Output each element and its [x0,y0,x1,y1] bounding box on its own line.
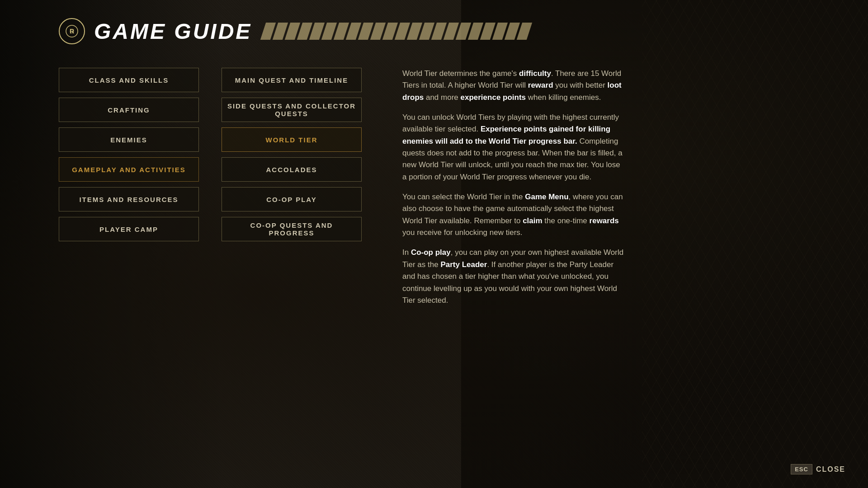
center-menu: MAIN QUEST AND TIMELINE SIDE QUESTS AND … [222,68,362,488]
content-text: World Tier determines the game's difficu… [402,68,624,306]
menu-item-side-quests[interactable]: SIDE QUESTS AND COLLECTOR QUESTS [222,98,362,122]
menu-item-co-op-quests[interactable]: CO-OP QUESTS AND PROGRESS [222,217,362,241]
main-content: CLASS AND SKILLS CRAFTING ENEMIES GAMEPL… [59,68,868,488]
esc-key-label: ESC [791,464,812,474]
close-button[interactable]: ESC CLOSE [791,464,845,474]
content-paragraph-2: You can unlock World Tiers by playing wi… [402,112,624,183]
menu-item-enemies[interactable]: ENEMIES [59,127,199,152]
content-panel: World Tier determines the game's difficu… [384,68,642,488]
menu-item-co-op-play[interactable]: CO-OP PLAY [222,187,362,211]
menu-item-player-camp[interactable]: PLAYER CAMP [59,217,199,241]
menu-item-gameplay-and-activities[interactable]: GAMEPLAY AND ACTIVITIES [59,157,199,182]
menu-item-crafting[interactable]: CRAFTING [59,98,199,122]
menu-item-accolades[interactable]: ACCOLADES [222,157,362,182]
menu-item-world-tier[interactable]: WORLD TIER [222,127,362,152]
menu-item-main-quest[interactable]: MAIN QUEST AND TIMELINE [222,68,362,92]
content-paragraph-1: World Tier determines the game's difficu… [402,68,624,103]
page-title: GAME GUIDE [94,19,252,44]
close-label: CLOSE [816,465,845,474]
menu-item-items-and-resources[interactable]: ITEMS AND RESOURCES [59,187,199,211]
header: R GAME GUIDE [59,18,868,44]
header-decoration [263,23,529,40]
content-paragraph-4: In Co-op play, you can play on your own … [402,247,624,306]
left-menu: CLASS AND SKILLS CRAFTING ENEMIES GAMEPL… [59,68,199,488]
menu-item-class-and-skills[interactable]: CLASS AND SKILLS [59,68,199,92]
game-guide-icon: R [59,18,85,44]
content-paragraph-3: You can select the World Tier in the Gam… [402,191,624,239]
